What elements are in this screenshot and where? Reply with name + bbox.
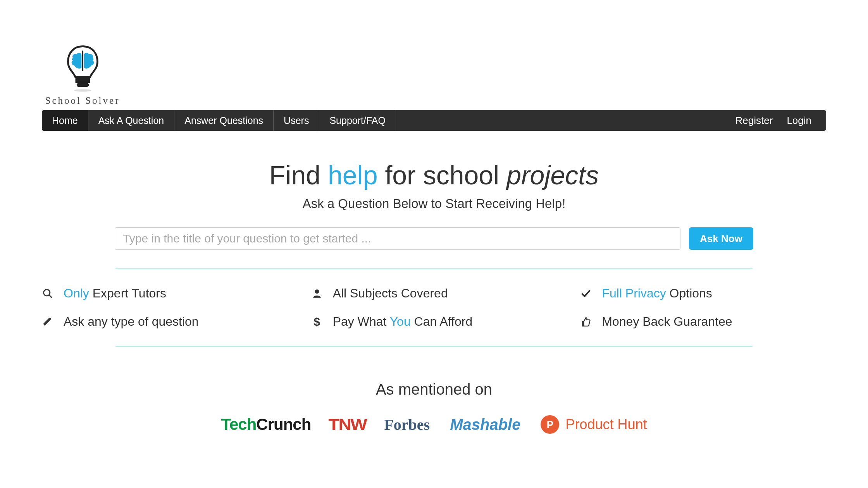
press-heading: As mentioned on	[42, 381, 826, 398]
feature-text-part: Only	[64, 286, 89, 300]
svg-point-4	[44, 289, 50, 296]
feature-text-part: Ask any type of question	[64, 314, 199, 328]
brand-logo[interactable]: School Solver	[42, 43, 123, 106]
hero-section: Find help for school projects Ask a Ques…	[42, 160, 826, 250]
hero-title-italic: projects	[506, 160, 599, 190]
user-icon	[311, 288, 323, 299]
question-title-input[interactable]	[115, 227, 680, 250]
feature-pay-what-you-can: $ Pay What You Can Afford	[311, 314, 557, 329]
nav-ask-a-question[interactable]: Ask A Question	[88, 110, 175, 131]
main-navbar: Home Ask A Question Answer Questions Use…	[42, 110, 826, 131]
nav-answer-questions[interactable]: Answer Questions	[174, 110, 274, 131]
hero-title-mid: for school	[378, 160, 507, 190]
login-link[interactable]: Login	[780, 115, 818, 127]
register-link[interactable]: Register	[728, 115, 780, 127]
dollar-icon: $	[311, 316, 323, 328]
forbes-logo[interactable]: Forbes	[384, 416, 430, 434]
feature-text: All Subjects Covered	[333, 286, 448, 301]
feature-money-back-guarantee: Money Back Guarantee	[580, 314, 826, 329]
press-logo-part: Product Hunt	[565, 416, 647, 433]
section-divider	[115, 346, 753, 347]
search-icon	[42, 288, 53, 299]
feature-text: Pay What You Can Afford	[333, 314, 473, 329]
techcrunch-logo[interactable]: TechCrunch	[221, 415, 311, 434]
svg-point-6	[315, 289, 319, 294]
feature-text-part: Pay What	[333, 314, 390, 328]
check-icon	[580, 288, 592, 299]
svg-point-3	[74, 89, 91, 91]
pencil-icon	[42, 316, 53, 328]
feature-text-part: Full Privacy	[602, 286, 666, 300]
feature-text-part: Expert Tutors	[89, 286, 166, 300]
feature-all-subjects-covered: All Subjects Covered	[311, 286, 557, 301]
feature-text: Ask any type of question	[64, 314, 199, 329]
feature-text-part: You	[390, 314, 411, 328]
feature-text-part: Options	[666, 286, 712, 300]
feature-text: Money Back Guarantee	[602, 314, 732, 329]
press-logo-part: Tech	[221, 415, 256, 433]
hero-title-pre: Find	[269, 160, 328, 190]
feature-text-part: Money Back Guarantee	[602, 314, 732, 328]
hero-subtitle: Ask a Question Below to Start Receiving …	[42, 196, 826, 211]
product-hunt-logo[interactable]: P Product Hunt	[541, 415, 647, 434]
feature-text-part: Can Afford	[411, 314, 473, 328]
ask-now-button[interactable]: Ask Now	[689, 227, 753, 250]
brand-name: School Solver	[45, 95, 120, 106]
nav-users[interactable]: Users	[274, 110, 319, 131]
feature-only-expert-tutors: Only Expert Tutors	[42, 286, 288, 301]
product-hunt-badge-icon: P	[541, 415, 559, 434]
svg-rect-2	[76, 83, 89, 87]
tnw-logo[interactable]: TNW	[329, 416, 367, 433]
thumbs-up-icon	[580, 316, 592, 328]
hero-title-accent: help	[328, 160, 378, 190]
feature-text-part: All Subjects Covered	[333, 286, 448, 300]
features-grid: Only Expert Tutors All Subjects Covered …	[42, 269, 826, 329]
feature-full-privacy-options: Full Privacy Options	[580, 286, 826, 301]
logo-area: School Solver	[42, 0, 826, 110]
svg-line-5	[49, 295, 52, 297]
nav-support-faq[interactable]: Support/FAQ	[319, 110, 396, 131]
svg-rect-1	[75, 77, 90, 83]
nav-home[interactable]: Home	[42, 110, 88, 131]
page-title: Find help for school projects	[42, 160, 826, 190]
feature-text: Only Expert Tutors	[64, 286, 166, 301]
mashable-logo[interactable]: Mashable	[450, 416, 520, 433]
feature-ask-any-type: Ask any type of question	[42, 314, 288, 329]
feature-text: Full Privacy Options	[602, 286, 712, 301]
press-mentions: As mentioned on TechCrunch TNW Forbes Ma…	[42, 381, 826, 434]
press-logo-part: Crunch	[256, 415, 311, 433]
lightbulb-brain-icon	[64, 43, 101, 93]
